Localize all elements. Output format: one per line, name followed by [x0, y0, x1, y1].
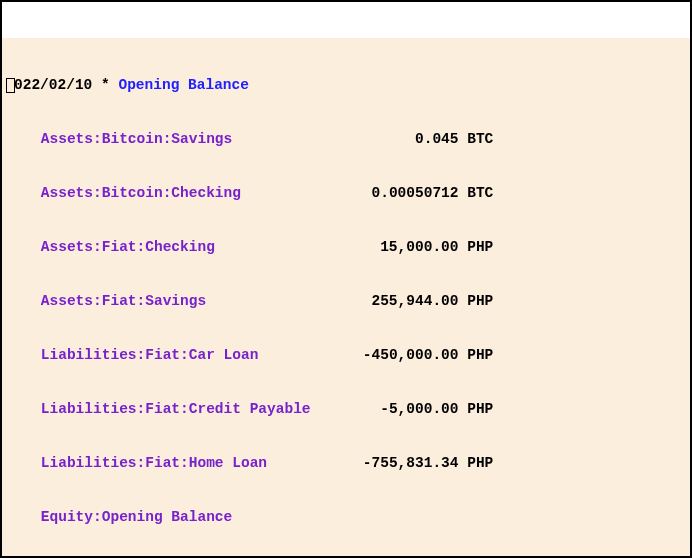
tx1-date-part: 022/02/10: [14, 77, 92, 93]
posting-amount: 15,000.00 PHP: [215, 239, 493, 255]
posting-account: Assets:Fiat:Savings: [41, 293, 206, 309]
posting-row: Assets:Bitcoin:Checking 0.00050712 BTC: [2, 184, 690, 202]
posting-account: Liabilities:Fiat:Home Loan: [41, 455, 267, 471]
posting-row: Assets:Fiat:Savings 255,944.00 PHP: [2, 292, 690, 310]
posting-amount: -755,831.34 PHP: [267, 455, 493, 471]
posting-account: Liabilities:Fiat:Credit Payable: [41, 401, 311, 417]
posting-account: Assets:Bitcoin:Savings: [41, 131, 232, 147]
posting-account: Equity:Opening Balance: [41, 509, 232, 525]
posting-account: Assets:Bitcoin:Checking: [41, 185, 241, 201]
posting-amount: 0.00050712 BTC: [241, 185, 493, 201]
posting-row: Liabilities:Fiat:Home Loan -755,831.34 P…: [2, 454, 690, 472]
posting-amount: 0.045 BTC: [232, 131, 493, 147]
posting-amount: 255,944.00 PHP: [206, 293, 493, 309]
posting-row: Liabilities:Fiat:Credit Payable -5,000.0…: [2, 400, 690, 418]
transaction-opening-balance: 022/02/10 * Opening Balance Assets:Bitco…: [2, 38, 690, 558]
posting-row: Assets:Fiat:Checking 15,000.00 PHP: [2, 238, 690, 256]
posting-row: Assets:Bitcoin:Savings 0.045 BTC: [2, 130, 690, 148]
cleared-star: *: [101, 77, 110, 93]
posting-amount: -5,000.00 PHP: [311, 401, 494, 417]
posting-amount: -450,000.00 PHP: [258, 347, 493, 363]
tx1-payee: Opening Balance: [118, 77, 249, 93]
posting-row: Equity:Opening Balance: [2, 508, 690, 526]
posting-account: Assets:Fiat:Checking: [41, 239, 215, 255]
ledger-source-buffer[interactable]: 022/02/10 * Opening Balance Assets:Bitco…: [2, 2, 690, 558]
posting-account: Liabilities:Fiat:Car Loan: [41, 347, 259, 363]
posting-row: Liabilities:Fiat:Car Loan -450,000.00 PH…: [2, 346, 690, 364]
